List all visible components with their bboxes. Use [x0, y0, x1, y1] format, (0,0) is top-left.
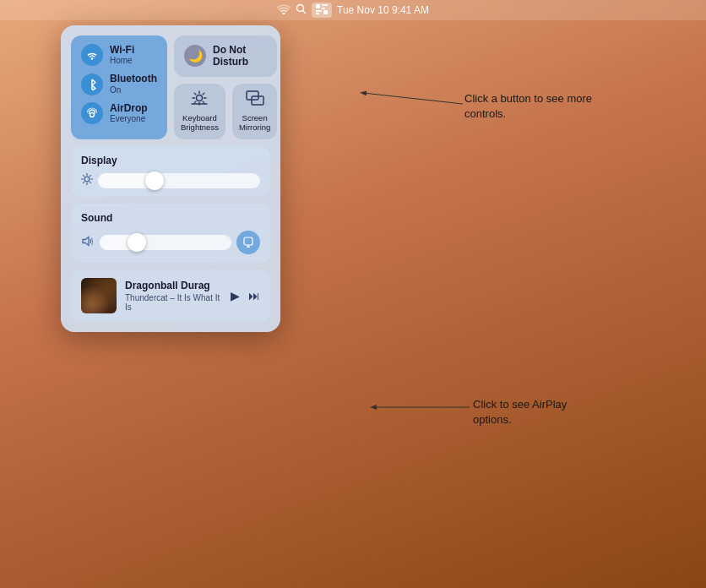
- svg-line-27: [90, 182, 90, 182]
- annotation-callout-2: Click to see AirPlay options.: [473, 397, 608, 427]
- svg-line-26: [83, 175, 84, 176]
- network-tile[interactable]: Wi-Fi Home Bluetooth On: [71, 35, 167, 139]
- svg-line-14: [195, 93, 197, 95]
- svg-rect-3: [322, 4, 328, 6]
- svg-rect-7: [323, 10, 328, 14]
- dnd-text: Do Not Disturb: [213, 44, 248, 68]
- music-info: Dragonball Durag Thundercat – It Is What…: [125, 280, 222, 312]
- sound-slider-row: [81, 231, 260, 254]
- svg-rect-5: [316, 10, 322, 12]
- svg-rect-20: [252, 96, 263, 105]
- icon-row: Keyboard Brightness Screen Mirroring: [174, 84, 277, 139]
- display-slider-row: [81, 173, 260, 188]
- dnd-icon-circle: 🌙: [184, 45, 206, 67]
- music-card: Dragonball Durag Thundercat – It Is What…: [71, 270, 270, 322]
- keyboard-brightness-label: Keyboard Brightness: [181, 113, 219, 133]
- search-icon[interactable]: [296, 3, 307, 17]
- svg-line-15: [203, 101, 204, 103]
- airdrop-text: AirDrop Everyone: [110, 102, 148, 124]
- play-button[interactable]: ▶: [231, 289, 240, 302]
- bluetooth-icon-circle: [81, 74, 103, 95]
- music-controls: ▶ ⏭: [231, 289, 260, 302]
- screen-mirroring-tile[interactable]: Screen Mirroring: [232, 84, 277, 139]
- wifi-icon: [277, 3, 291, 17]
- svg-line-16: [203, 93, 204, 95]
- right-col: 🌙 Do Not Disturb: [174, 35, 277, 139]
- airdrop-item[interactable]: AirDrop Everyone: [81, 102, 157, 124]
- album-art: [81, 278, 117, 313]
- keyboard-brightness-icon: [190, 90, 209, 110]
- annotation-callout-1: Click a button to see more controls.: [464, 91, 608, 122]
- bluetooth-text: Bluetooth On: [110, 73, 157, 95]
- display-slider[interactable]: [98, 173, 260, 188]
- screen-mirroring-icon: [246, 90, 264, 110]
- svg-point-0: [297, 5, 304, 12]
- svg-line-30: [363, 93, 463, 104]
- svg-line-1: [303, 11, 307, 14]
- brightness-icon: [81, 173, 93, 188]
- svg-rect-6: [316, 13, 319, 14]
- svg-line-28: [90, 175, 90, 176]
- dnd-tile[interactable]: 🌙 Do Not Disturb: [174, 35, 277, 77]
- menubar-center: Tue Nov 10 9:41 AM: [277, 3, 429, 18]
- top-row: Wi-Fi Home Bluetooth On: [71, 35, 270, 139]
- volume-icon: [81, 236, 95, 249]
- sound-section: Sound: [71, 204, 270, 263]
- wifi-text: Wi-Fi Home: [110, 44, 134, 66]
- control-center-panel: Wi-Fi Home Bluetooth On: [61, 25, 280, 332]
- wifi-item[interactable]: Wi-Fi Home: [81, 44, 157, 66]
- svg-line-29: [83, 182, 84, 182]
- screen-mirroring-label: Screen Mirroring: [239, 113, 270, 133]
- bluetooth-item[interactable]: Bluetooth On: [81, 73, 157, 95]
- sound-slider[interactable]: [100, 235, 231, 250]
- airplay-button[interactable]: [236, 231, 260, 254]
- svg-point-8: [90, 112, 95, 117]
- svg-point-21: [84, 177, 90, 182]
- svg-point-9: [197, 95, 203, 101]
- keyboard-brightness-tile[interactable]: Keyboard Brightness: [174, 84, 225, 139]
- wifi-icon-circle: [81, 44, 103, 66]
- svg-rect-2: [316, 4, 320, 8]
- music-title: Dragonball Durag: [125, 280, 222, 291]
- menubar: Tue Nov 10 9:41 AM: [0, 0, 706, 20]
- control-center-icon[interactable]: [312, 3, 332, 18]
- display-section: Display: [71, 146, 270, 197]
- airdrop-icon-circle: [81, 102, 103, 124]
- svg-line-17: [195, 101, 197, 103]
- svg-rect-19: [247, 91, 258, 100]
- svg-rect-4: [322, 8, 325, 9]
- display-title: Display: [81, 155, 260, 166]
- menubar-time: Tue Nov 10 9:41 AM: [337, 4, 429, 16]
- sound-title: Sound: [81, 212, 260, 224]
- music-artist: Thundercat – It Is What It Is: [125, 293, 222, 312]
- forward-button[interactable]: ⏭: [248, 289, 260, 302]
